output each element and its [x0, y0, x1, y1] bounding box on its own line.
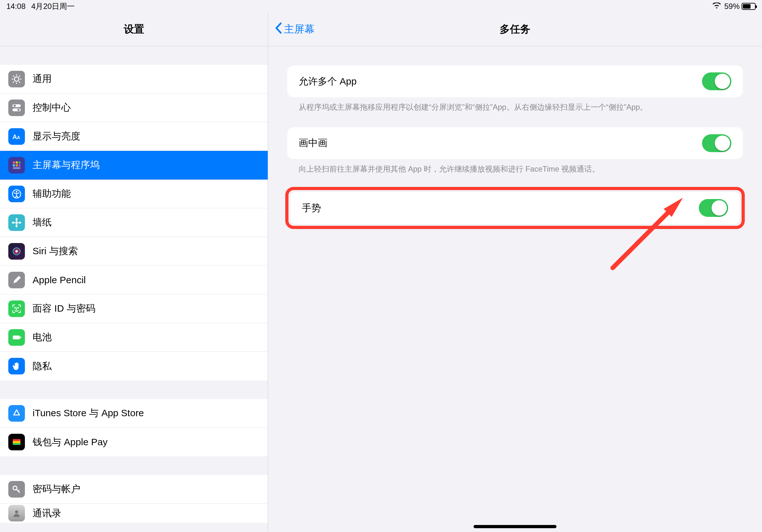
sidebar-item-privacy[interactable]: 隐私	[0, 352, 268, 380]
sidebar-item-general[interactable]: 通用	[0, 65, 268, 94]
svg-point-40	[15, 510, 18, 513]
switch-on-icon	[702, 134, 731, 152]
sidebar-group: 密码与帐户 通讯录	[0, 475, 268, 523]
svg-line-6	[19, 82, 20, 83]
sidebar-group: iTunes Store 与 App Store 钱包与 Apple Pay	[0, 399, 268, 456]
setting-label: 手势	[302, 202, 321, 215]
svg-point-33	[18, 307, 19, 308]
sidebar-item-faceid[interactable]: 面容 ID 与密码	[0, 295, 268, 323]
sidebar-item-passwords[interactable]: 密码与帐户	[0, 475, 268, 503]
sidebar-item-label: Siri 与搜索	[33, 245, 78, 258]
svg-rect-17	[19, 162, 21, 164]
svg-point-24	[15, 221, 18, 224]
sidebar-item-siri[interactable]: Siri 与搜索	[0, 237, 268, 266]
pencil-icon	[8, 272, 25, 288]
sidebar-item-apple-pencil[interactable]: Apple Pencil	[0, 266, 268, 295]
faceid-icon	[8, 300, 25, 317]
key-icon	[8, 481, 25, 498]
setting-label: 画中画	[299, 137, 327, 150]
sidebar-item-battery[interactable]: 电池	[0, 323, 268, 352]
accessibility-icon	[8, 186, 25, 202]
sidebar-item-label: 密码与帐户	[33, 483, 80, 496]
svg-point-25	[16, 218, 18, 221]
sidebar-item-display[interactable]: AA 显示与亮度	[0, 122, 268, 151]
svg-rect-16	[16, 162, 18, 164]
sidebar-item-wallpaper[interactable]: 墙纸	[0, 208, 268, 237]
status-time: 14:08	[6, 2, 26, 11]
setting-picture-in-picture: 画中画 向上轻扫前往主屏幕并使用其他 App 时，允许继续播放视频和进行 Fac…	[287, 127, 743, 174]
setting-allow-multiple-apps: 允许多个 App 从程序坞或主屏幕拖移应用程序以创建“分屏浏览”和“侧拉”App…	[287, 65, 743, 112]
sidebar-item-label: 主屏幕与程序坞	[33, 159, 100, 171]
sidebar-item-label: 面容 ID 与密码	[33, 302, 95, 315]
svg-rect-15	[13, 162, 15, 164]
wallet-icon	[8, 434, 25, 450]
sidebar-title: 设置	[124, 22, 144, 36]
svg-line-8	[19, 76, 20, 77]
settings-sidebar: 设置 通用 控制中心	[0, 13, 268, 532]
toggle-allow-multiple-apps[interactable]	[702, 72, 731, 90]
setting-description: 从程序坞或主屏幕拖移应用程序以创建“分屏浏览”和“侧拉”App。从右侧边缘轻扫显…	[287, 97, 743, 112]
detail-header: 主屏幕 多任务	[268, 13, 762, 46]
svg-rect-19	[16, 164, 18, 166]
svg-rect-35	[20, 337, 21, 338]
svg-rect-37	[13, 441, 21, 443]
gear-icon	[8, 71, 25, 87]
text-size-icon: AA	[8, 128, 25, 145]
sidebar-item-label: 辅助功能	[33, 187, 71, 200]
sidebar-item-label: 通讯录	[33, 507, 61, 520]
svg-rect-20	[19, 164, 21, 166]
sidebar-item-wallet[interactable]: 钱包与 Apple Pay	[0, 428, 268, 456]
svg-rect-38	[13, 443, 21, 445]
svg-rect-18	[13, 164, 15, 166]
switch-on-icon	[699, 199, 728, 217]
battery-percent: 59%	[724, 2, 740, 11]
battery-icon	[741, 3, 756, 10]
app-grid-icon	[8, 157, 25, 173]
sidebar-scroll[interactable]: 通用 控制中心 AA 显示与亮度	[0, 46, 268, 532]
siri-icon	[8, 243, 25, 260]
sidebar-item-itunes[interactable]: iTunes Store 与 App Store	[0, 399, 268, 428]
sliders-icon	[8, 100, 25, 116]
hand-icon	[8, 358, 25, 374]
svg-point-10	[14, 104, 16, 107]
home-indicator[interactable]	[474, 525, 557, 528]
status-bar: 14:08 4月20日周一 59%	[0, 0, 762, 13]
appstore-icon	[8, 405, 25, 422]
page-title: 多任务	[268, 22, 762, 36]
svg-point-32	[15, 307, 15, 308]
sidebar-header: 设置	[0, 13, 268, 46]
svg-line-5	[13, 76, 14, 77]
toggle-gestures[interactable]	[699, 199, 728, 217]
sidebar-item-label: 钱包与 Apple Pay	[33, 436, 108, 449]
sidebar-item-label: 墙纸	[33, 216, 52, 229]
toggle-picture-in-picture[interactable]	[702, 134, 731, 152]
flower-icon	[8, 214, 25, 231]
sidebar-item-home-screen[interactable]: 主屏幕与程序坞	[0, 151, 268, 179]
back-label: 主屏幕	[284, 22, 315, 36]
wifi-icon	[712, 2, 721, 11]
highlight-annotation: 手势	[285, 187, 745, 229]
svg-point-28	[18, 222, 21, 224]
sidebar-item-label: 电池	[33, 331, 52, 344]
detail-pane: 主屏幕 多任务 允许多个 App 从程序坞或主屏幕拖移应用程序以创建“分屏浏览”…	[268, 13, 762, 532]
sidebar-item-label: 隐私	[33, 360, 52, 373]
svg-text:A: A	[12, 133, 17, 140]
battery-icon	[8, 329, 25, 346]
back-button[interactable]: 主屏幕	[274, 22, 315, 37]
sidebar-item-label: Apple Pencil	[33, 275, 86, 286]
status-date: 4月20日周一	[31, 1, 75, 12]
contacts-icon	[8, 505, 25, 521]
svg-point-27	[12, 222, 15, 224]
setting-description: 向上轻扫前往主屏幕并使用其他 App 时，允许继续播放视频和进行 FaceTim…	[287, 159, 743, 174]
sidebar-item-contacts[interactable]: 通讯录	[0, 503, 268, 523]
switch-on-icon	[702, 72, 731, 90]
setting-label: 允许多个 App	[299, 75, 357, 88]
sidebar-item-label: iTunes Store 与 App Store	[33, 407, 144, 420]
chevron-left-icon	[274, 22, 283, 37]
svg-rect-21	[13, 167, 21, 169]
setting-gestures: 手势	[287, 187, 743, 229]
sidebar-item-control-center[interactable]: 控制中心	[0, 94, 268, 122]
sidebar-item-accessibility[interactable]: 辅助功能	[0, 179, 268, 208]
sidebar-item-label: 控制中心	[33, 101, 71, 114]
svg-point-0	[14, 77, 19, 81]
